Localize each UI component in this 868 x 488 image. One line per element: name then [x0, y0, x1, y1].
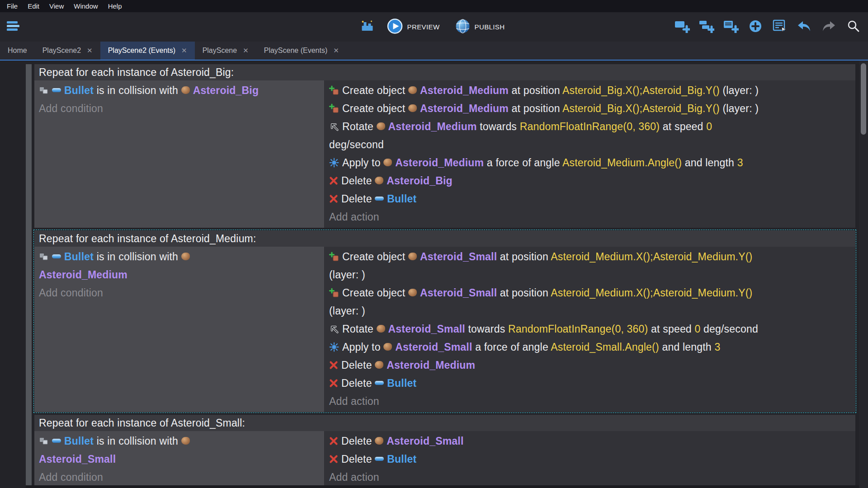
- toolbar: PREVIEW PUBLISH: [0, 12, 868, 42]
- text-segment: Delete: [341, 193, 375, 205]
- menu-file[interactable]: File: [2, 2, 23, 10]
- event-body: Bullet is in collision with Asteroid_Big…: [34, 80, 855, 228]
- asteroid-icon: [181, 437, 190, 445]
- undo-button[interactable]: [795, 19, 814, 36]
- action-row[interactable]: Delete Bullet: [329, 450, 851, 468]
- add-condition-button[interactable]: Add condition: [39, 468, 320, 486]
- text-segment: 0: [706, 121, 712, 132]
- asteroid-icon: [408, 289, 417, 296]
- text-segment: is in collision with: [94, 435, 181, 447]
- project-manager-button[interactable]: [5, 19, 21, 36]
- asteroid-icon: [375, 437, 383, 445]
- text-segment: Asteroid_Medium: [420, 84, 509, 96]
- text-segment: RandomFloatInRange(0, 360): [508, 323, 648, 335]
- action-row[interactable]: Delete Bullet: [329, 190, 851, 208]
- text-segment: is in collision with: [94, 251, 181, 263]
- action-row[interactable]: Delete Asteroid_Medium: [329, 356, 851, 374]
- tab-playscene2-events[interactable]: PlayScene2 (Events) ✕: [100, 42, 195, 60]
- undo-icon: [797, 19, 812, 35]
- actions-cell: Create object Asteroid_Small at position…: [325, 247, 855, 412]
- vertical-scrollbar[interactable]: [859, 61, 868, 488]
- add-condition-button[interactable]: Add condition: [39, 99, 320, 117]
- preview-button[interactable]: PREVIEW: [387, 18, 440, 36]
- menu-edit[interactable]: Edit: [23, 2, 44, 10]
- event-indent-strip[interactable]: [26, 64, 32, 485]
- menu-window[interactable]: Window: [69, 2, 103, 10]
- text-segment: 3: [737, 157, 743, 169]
- action-row[interactable]: Create object Asteroid_Small at position…: [329, 248, 851, 284]
- close-icon[interactable]: ✕: [181, 47, 187, 55]
- bullet-icon: [52, 439, 61, 443]
- action-row[interactable]: Delete Bullet: [329, 374, 851, 392]
- tab-home[interactable]: Home: [0, 42, 35, 60]
- force-icon: [329, 158, 339, 168]
- action-row[interactable]: Apply to Asteroid_Medium a force of angl…: [329, 154, 851, 172]
- redo-button[interactable]: [819, 19, 838, 36]
- event-block[interactable]: Repeat for each instance of Asteroid_Sma…: [34, 415, 855, 488]
- asteroid-icon: [408, 253, 417, 260]
- action-row[interactable]: Create object Asteroid_Medium at positio…: [329, 99, 851, 117]
- text-segment: Bullet: [64, 435, 94, 447]
- action-row[interactable]: Create object Asteroid_Small at position…: [329, 284, 851, 320]
- text-segment: Asteroid_Small: [420, 287, 497, 299]
- event-sheet: Repeat for each instance of Asteroid_Big…: [0, 61, 868, 488]
- event-block[interactable]: Repeat for each instance of Asteroid_Med…: [34, 230, 855, 412]
- action-row[interactable]: Delete Asteroid_Big: [329, 172, 851, 190]
- condition-row[interactable]: Bullet is in collision with Asteroid_Med…: [39, 248, 320, 284]
- event-header[interactable]: Repeat for each instance of Asteroid_Big…: [34, 64, 855, 80]
- tab-playscene[interactable]: PlayScene ✕: [195, 42, 256, 60]
- tab-playscene2[interactable]: PlayScene2 ✕: [35, 42, 100, 60]
- add-action-button[interactable]: Add action: [329, 208, 851, 226]
- condition-icon: [39, 436, 49, 446]
- add-new-button[interactable]: [746, 19, 765, 36]
- add-action-button[interactable]: Add action: [329, 392, 851, 410]
- conditions-cell: Bullet is in collision with Asteroid_Sma…: [34, 431, 325, 488]
- asteroid-icon: [181, 86, 190, 94]
- condition-row[interactable]: Bullet is in collision with Asteroid_Big: [39, 81, 320, 99]
- tab-bar: Home PlayScene2 ✕ PlayScene2 (Events) ✕ …: [0, 42, 868, 61]
- event-header[interactable]: Repeat for each instance of Asteroid_Med…: [34, 230, 855, 247]
- close-icon[interactable]: ✕: [243, 47, 249, 55]
- close-icon[interactable]: ✕: [87, 47, 93, 55]
- text-segment: at position: [509, 103, 562, 114]
- add-comment-icon: [723, 19, 739, 35]
- tab-playscene-events[interactable]: PlayScene (Events) ✕: [256, 42, 347, 60]
- condition-row[interactable]: Bullet is in collision with Asteroid_Sma…: [39, 432, 320, 468]
- asteroid-icon: [375, 361, 383, 369]
- event-header[interactable]: Repeat for each instance of Asteroid_Sma…: [34, 415, 855, 431]
- menu-view[interactable]: View: [44, 2, 69, 10]
- action-row[interactable]: Create object Asteroid_Medium at positio…: [329, 81, 851, 99]
- close-icon[interactable]: ✕: [333, 47, 339, 55]
- text-segment: Asteroid_Medium.X();Asteroid_Medium.Y(): [551, 251, 752, 263]
- add-condition-button[interactable]: Add condition: [39, 284, 320, 302]
- search-button[interactable]: [844, 19, 863, 36]
- delete-icon: [329, 379, 338, 388]
- add-action-button[interactable]: Add action: [329, 468, 851, 486]
- asteroid-icon: [181, 253, 190, 260]
- text-segment: Asteroid_Small: [39, 453, 116, 465]
- scrollbar-thumb[interactable]: [861, 63, 866, 135]
- menu-help[interactable]: Help: [103, 2, 127, 10]
- add-subevent-button[interactable]: [697, 19, 716, 36]
- debug-button[interactable]: [358, 19, 377, 36]
- text-segment: Bullet: [387, 377, 416, 389]
- add-comment-button[interactable]: [722, 19, 741, 36]
- action-row[interactable]: Rotate Asteroid_Small towards RandomFloa…: [329, 320, 851, 338]
- choose-events-button[interactable]: [770, 19, 789, 36]
- text-segment: (layer: ): [329, 269, 365, 281]
- horizontal-scrollbar[interactable]: [26, 485, 859, 488]
- text-segment: is in collision with: [94, 84, 181, 96]
- event-list-icon: [773, 19, 787, 35]
- add-event-button[interactable]: [673, 19, 692, 36]
- asteroid-icon: [408, 104, 417, 112]
- redo-icon: [821, 19, 836, 35]
- action-row[interactable]: Apply to Asteroid_Small a force of angle…: [329, 338, 851, 356]
- action-row[interactable]: Delete Asteroid_Small: [329, 432, 851, 450]
- publish-button[interactable]: PUBLISH: [455, 19, 505, 36]
- text-segment: (layer: ): [329, 305, 365, 317]
- text-segment: deg/second: [700, 323, 758, 335]
- text-segment: Apply to: [342, 341, 383, 353]
- action-row[interactable]: Rotate Asteroid_Medium towards RandomFlo…: [329, 117, 851, 154]
- event-block[interactable]: Repeat for each instance of Asteroid_Big…: [34, 64, 855, 228]
- preview-label: PREVIEW: [407, 23, 440, 31]
